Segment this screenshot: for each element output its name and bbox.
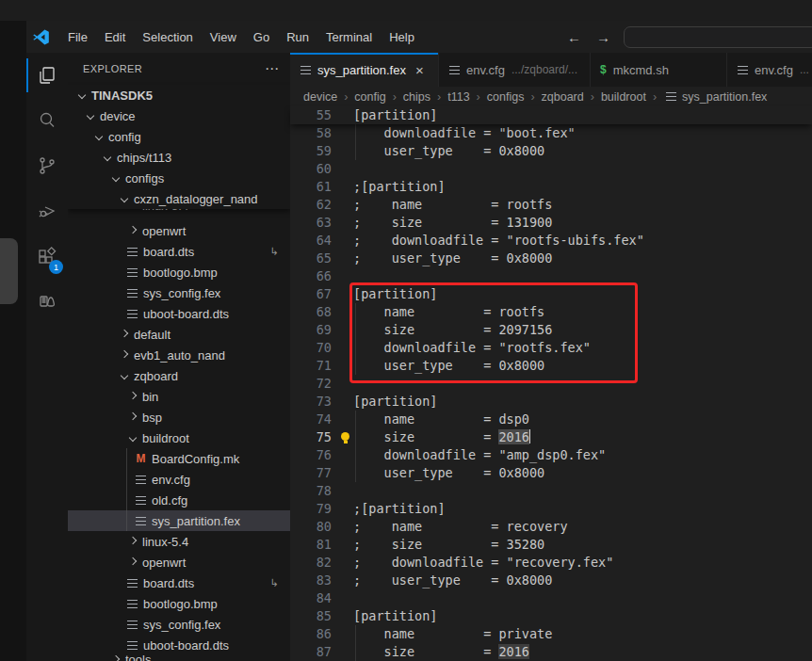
explorer-more-actions-icon[interactable]: ⋯ <box>265 64 279 73</box>
code-text: ;[partition] <box>353 178 446 196</box>
tab-close-icon[interactable]: × <box>415 62 424 78</box>
code-line[interactable]: 81; size = 35280 <box>290 536 812 554</box>
breadcrumb-item[interactable]: t113 <box>447 90 469 104</box>
code-line[interactable]: 74 name = dsp0 <box>290 411 812 428</box>
menu-item-help[interactable]: Help <box>381 26 423 48</box>
code-line[interactable]: 87 size = 2016 <box>290 643 812 661</box>
tree-folder-openwrt[interactable]: openwrt <box>68 552 290 572</box>
code-line[interactable]: 79;[partition] <box>290 500 812 518</box>
tree-folder-device[interactable]: device <box>68 105 290 126</box>
code-line[interactable]: 75 size = 2016 <box>290 428 812 446</box>
code-editor[interactable]: 55[partition]58 downloadfile = "boot.fex… <box>290 106 812 661</box>
tree-folder-buildroot[interactable]: buildroot <box>68 427 290 448</box>
menu-item-selection[interactable]: Selection <box>134 26 201 48</box>
tree-file-uboot-board-dts[interactable]: uboot-board.dts <box>68 303 290 324</box>
menu-item-run[interactable]: Run <box>278 26 317 48</box>
breadcrumb-item[interactable]: config <box>354 90 385 104</box>
tree-folder-tinasdk5[interactable]: TINASDK5 <box>68 85 290 105</box>
tree-folder-openwrt[interactable]: openwrt <box>68 220 290 241</box>
code-line[interactable]: 72 <box>290 375 812 393</box>
code-line[interactable]: 83; user_type = 0x8000 <box>290 572 812 589</box>
embedded-linux-icon[interactable] <box>26 279 68 324</box>
tree-folder-linux-5-4[interactable]: linux-5.4 <box>68 209 290 220</box>
tree-file-board-dts[interactable]: board.dts↳ <box>68 572 290 593</box>
forward-arrow-icon[interactable]: → <box>589 29 618 45</box>
source-control-icon[interactable] <box>26 143 68 188</box>
code-line[interactable]: 66 <box>290 267 812 285</box>
code-text: user_type = 0x8000 <box>353 464 544 482</box>
tree-folder-bin[interactable]: bin <box>68 386 290 407</box>
code-line[interactable]: 61;[partition] <box>290 178 812 196</box>
breadcrumb-item[interactable]: device <box>303 90 337 104</box>
sticky-scroll-line[interactable]: 55[partition] <box>290 106 812 124</box>
code-line[interactable]: 67[partition] <box>290 285 812 303</box>
code-line[interactable]: 71 user_type = 0x8000 <box>290 357 812 375</box>
tree-file-old-cfg[interactable]: old.cfg <box>68 490 290 510</box>
code-line[interactable]: 77 user_type = 0x8000 <box>290 464 812 482</box>
tree-folder-linux-5-4[interactable]: linux-5.4 <box>68 531 290 552</box>
menu-item-file[interactable]: File <box>59 26 96 48</box>
code-line[interactable]: 73[partition] <box>290 393 812 411</box>
tree-folder-zqboard[interactable]: zqboard <box>68 365 290 386</box>
tree-folder-configs[interactable]: configs <box>68 168 290 188</box>
code-line[interactable]: 70 downloadfile = "rootfs.fex" <box>290 339 812 357</box>
menu-item-go[interactable]: Go <box>245 26 278 48</box>
tree-item-label: tools <box>125 655 151 661</box>
tree-file-env-cfg[interactable]: env.cfg <box>68 469 290 490</box>
code-line[interactable]: 59 user_type = 0x8000 <box>290 142 812 160</box>
back-arrow-icon[interactable]: ← <box>560 29 589 45</box>
code-line[interactable]: 69 size = 2097156 <box>290 321 812 339</box>
explorer-icon[interactable] <box>26 53 68 98</box>
shellscript-icon: $ <box>600 63 607 76</box>
tab-env-cfg[interactable]: env.cfg.../zqboard/... <box>439 53 591 87</box>
tree-folder-config[interactable]: config <box>68 126 290 147</box>
code-line[interactable]: 85[partition] <box>290 607 812 625</box>
tab-mkcmd-sh[interactable]: $mkcmd.sh <box>591 53 727 87</box>
tree-folder-bsp[interactable]: bsp <box>68 407 290 427</box>
tree-file-sys-partition-fex[interactable]: sys_partition.fex <box>68 510 290 531</box>
breadcrumb-item[interactable]: configs <box>487 90 525 104</box>
code-line[interactable]: 86 name = private <box>290 625 812 643</box>
command-center-searchbox[interactable] <box>624 26 812 48</box>
code-line[interactable]: 84 <box>290 589 812 607</box>
code-line[interactable]: 82; downloadfile = "recovery.fex" <box>290 554 812 572</box>
code-line[interactable]: 62; name = rootfs <box>290 196 812 214</box>
lightbulb-icon[interactable] <box>340 432 350 443</box>
code-line[interactable]: 76 downloadfile = "amp_dsp0.fex" <box>290 446 812 464</box>
code-line[interactable]: 68 name = rootfs <box>290 303 812 321</box>
tree-folder-chips-t113[interactable]: chips/t113 <box>68 147 290 168</box>
code-line[interactable]: 80; name = recovery <box>290 518 812 536</box>
tree-folder-cxzn-datalogger-nand[interactable]: cxzn_datalogger_nand <box>68 188 290 209</box>
tree-file-board-dts[interactable]: board.dts↳ <box>68 241 290 262</box>
tree-file-bootlogo-bmp[interactable]: bootlogo.bmp <box>68 262 290 282</box>
tree-folder-default[interactable]: default <box>68 324 290 345</box>
menu-item-view[interactable]: View <box>202 26 245 48</box>
tree-folder-evb1-auto-nand[interactable]: evb1_auto_nand <box>68 345 290 365</box>
tree-folder-tools[interactable]: tools <box>68 655 290 661</box>
indent-guide <box>126 469 127 490</box>
code-line[interactable]: 58 downloadfile = "boot.fex" <box>290 124 812 142</box>
search-icon[interactable] <box>26 98 68 143</box>
menu-item-terminal[interactable]: Terminal <box>317 26 381 48</box>
highlighted-word: 2016 <box>498 644 529 659</box>
tab-env-cfg[interactable]: env.cfg... <box>727 53 812 87</box>
breadcrumb[interactable]: device›config›chips›t113›configs›zqboard… <box>290 87 812 106</box>
code-line[interactable]: 63; size = 131900 <box>290 214 812 232</box>
run-debug-icon[interactable] <box>26 188 68 234</box>
breadcrumb-item[interactable]: zqboard <box>542 90 584 104</box>
menu-item-edit[interactable]: Edit <box>96 26 134 48</box>
breadcrumb-item[interactable]: chips <box>403 90 430 104</box>
tree-file-bootlogo-bmp[interactable]: bootlogo.bmp <box>68 593 290 614</box>
code-line[interactable]: 78 <box>290 482 812 500</box>
breadcrumb-file[interactable]: sys_partition.fex <box>663 90 767 104</box>
tree-file-boardconfig-mk[interactable]: MBoardConfig.mk <box>68 448 290 469</box>
tree-file-sys-config-fex[interactable]: sys_config.fex <box>68 282 290 303</box>
code-line[interactable]: 60 <box>290 160 812 178</box>
extensions-icon[interactable]: 1 <box>26 234 68 279</box>
tree-file-sys-config-fex[interactable]: sys_config.fex <box>68 614 290 635</box>
code-line[interactable]: 65; user_type = 0x8000 <box>290 250 812 267</box>
tab-sys-partition-fex[interactable]: sys_partition.fex× <box>290 53 439 87</box>
breadcrumb-item[interactable]: buildroot <box>601 90 646 104</box>
code-line[interactable]: 64; downloadfile = "rootfs-ubifs.fex" <box>290 232 812 250</box>
tree-file-uboot-board-dts[interactable]: uboot-board.dts <box>68 635 290 655</box>
